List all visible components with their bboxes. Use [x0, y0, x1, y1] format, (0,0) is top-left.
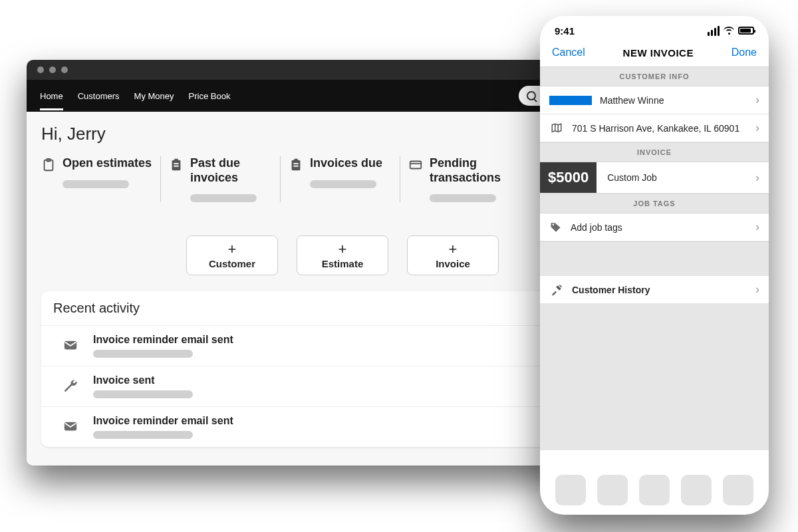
customer-address-row[interactable]: 701 S Harrison Ave, Kankakee, IL 60901 › — [540, 114, 769, 142]
svg-rect-7 — [294, 159, 298, 162]
stat-label: Past due invoices — [190, 156, 272, 185]
battery-icon — [738, 27, 754, 35]
invoice-amount: $5000 — [540, 162, 597, 193]
placeholder-bar — [310, 180, 376, 188]
screen-title: NEW INVOICE — [623, 47, 694, 59]
map-icon — [549, 122, 564, 134]
nav-customers[interactable]: Customers — [78, 91, 120, 101]
tab-5[interactable] — [723, 475, 753, 505]
chevron-right-icon: › — [755, 121, 759, 135]
add-button-label: Customer — [209, 258, 255, 269]
add-invoice-button[interactable]: + Invoice — [407, 235, 499, 275]
card-icon — [408, 158, 423, 172]
plus-icon: + — [338, 242, 347, 257]
svg-rect-6 — [292, 160, 301, 171]
phone-mock: 9:41 Cancel NEW INVOICE Done CUSTOMER IN… — [540, 16, 769, 515]
phone-tab-bar — [540, 475, 769, 505]
placeholder-bar — [430, 194, 496, 202]
customer-history-row[interactable]: Customer History › — [540, 276, 769, 304]
svg-rect-9 — [293, 166, 298, 167]
invoice-row[interactable]: $5000 Custom Job › — [540, 162, 769, 194]
window-maximize-dot[interactable] — [61, 66, 68, 73]
plus-icon: + — [449, 242, 458, 257]
status-time: 9:41 — [555, 25, 575, 37]
cancel-button[interactable]: Cancel — [552, 47, 585, 59]
stat-pending-transactions[interactable]: Pending transactions — [400, 156, 533, 202]
stat-label: Invoices due — [310, 156, 382, 171]
done-button[interactable]: Done — [732, 47, 757, 59]
nav-home[interactable]: Home — [40, 91, 63, 101]
clipboard-icon — [289, 158, 303, 172]
chevron-right-icon: › — [755, 93, 759, 107]
chevron-right-icon: › — [755, 171, 759, 185]
add-button-label: Invoice — [436, 258, 470, 269]
placeholder-bar — [63, 180, 129, 188]
add-job-tags-label: Add job tags — [571, 222, 747, 233]
activity-title: Invoice reminder email sent — [93, 334, 233, 346]
mail-icon — [61, 338, 80, 353]
tab-1[interactable] — [555, 475, 586, 505]
customer-name: Matthew Winne — [600, 95, 747, 106]
svg-point-14 — [553, 223, 555, 225]
customer-accent-bar — [549, 96, 592, 105]
window-minimize-dot[interactable] — [49, 66, 56, 73]
stat-invoices-due[interactable]: Invoices due — [281, 156, 400, 202]
placeholder-bar — [93, 350, 193, 358]
chevron-right-icon: › — [755, 283, 759, 297]
placeholder-bar — [93, 431, 193, 439]
stat-label: Open estimates — [63, 156, 152, 171]
invoice-label: Custom Job — [604, 172, 747, 183]
placeholder-bar — [93, 390, 193, 398]
customer-name-row[interactable]: Matthew Winne › — [540, 86, 769, 114]
section-gap — [540, 241, 769, 276]
add-customer-button[interactable]: + Customer — [186, 235, 278, 275]
clipboard-icon — [169, 158, 184, 172]
customer-history-label: Customer History — [572, 285, 747, 295]
stat-label: Pending transactions — [430, 156, 525, 185]
add-button-label: Estimate — [322, 258, 364, 269]
svg-rect-4 — [174, 163, 178, 164]
nav-my-money[interactable]: My Money — [134, 91, 174, 101]
tab-4[interactable] — [681, 475, 712, 505]
wrench-icon — [61, 379, 80, 394]
svg-rect-5 — [174, 166, 178, 167]
stat-open-estimates[interactable]: Open estimates — [41, 156, 161, 202]
wifi-icon — [724, 27, 734, 35]
tab-2[interactable] — [597, 475, 628, 505]
activity-title: Invoice reminder email sent — [93, 415, 233, 427]
svg-rect-10 — [410, 162, 422, 169]
chevron-right-icon: › — [755, 220, 759, 234]
empty-area — [540, 304, 769, 450]
section-job-tags: JOB TAGS — [540, 194, 769, 213]
section-invoice: INVOICE — [540, 142, 769, 162]
section-customer-info: CUSTOMER INFO — [540, 66, 769, 86]
signal-icon — [708, 26, 720, 36]
add-estimate-button[interactable]: + Estimate — [297, 235, 388, 275]
stat-past-due-invoices[interactable]: Past due invoices — [161, 156, 281, 202]
svg-rect-8 — [293, 163, 298, 164]
search-icon — [527, 91, 536, 100]
add-job-tags-row[interactable]: Add job tags › — [540, 213, 769, 241]
window-close-dot[interactable] — [37, 66, 44, 73]
svg-rect-2 — [172, 160, 181, 171]
customer-address: 701 S Harrison Ave, Kankakee, IL 60901 — [572, 123, 747, 134]
clipboard-icon — [41, 158, 56, 172]
tab-3[interactable] — [639, 475, 670, 505]
nav-price-book[interactable]: Price Book — [189, 91, 231, 101]
svg-rect-3 — [174, 159, 178, 162]
tools-icon — [549, 283, 564, 297]
plus-icon: + — [228, 242, 237, 257]
phone-status-bar: 9:41 — [540, 16, 769, 45]
mail-icon — [61, 420, 80, 434]
tag-icon — [549, 221, 563, 234]
phone-navbar: Cancel NEW INVOICE Done — [540, 45, 769, 66]
activity-title: Invoice sent — [93, 374, 193, 386]
placeholder-bar — [190, 194, 257, 202]
